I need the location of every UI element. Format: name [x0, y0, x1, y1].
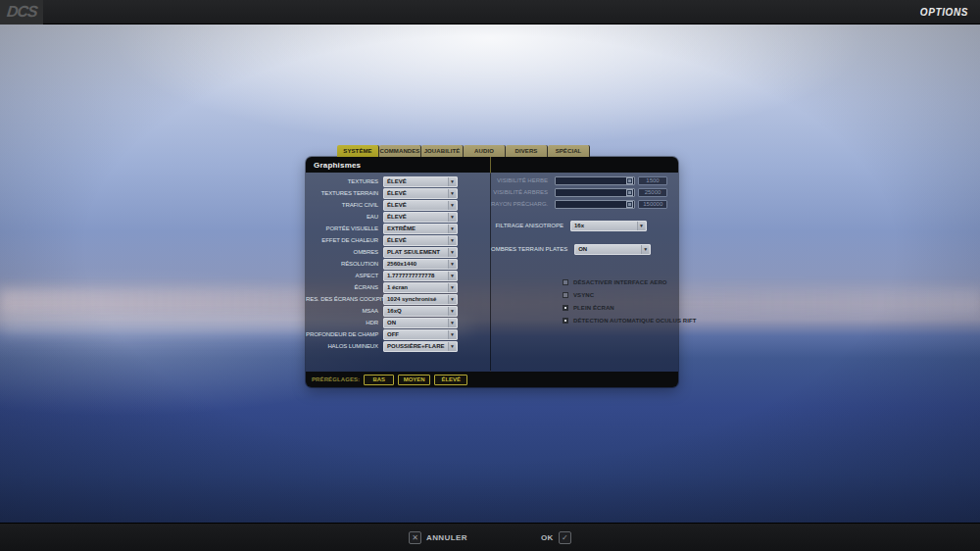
dropdown-aspect[interactable]: 1.7777777777778▼ — [383, 271, 458, 281]
checkbox-row-detection-automatique-oculus-rift[interactable]: DÉTECTION AUTOMATIQUE OCULUS RIFT — [563, 316, 697, 326]
dropdown-hdr[interactable]: ON▼ — [383, 318, 458, 328]
dropdown-value: ÉLEVÉ — [384, 237, 407, 243]
dropdown-value: ÉLEVÉ — [384, 190, 407, 196]
page-title: OPTIONS — [920, 7, 980, 18]
preset-button-moyen[interactable]: MOYEN — [398, 375, 430, 385]
dropdown-textures-terrain[interactable]: ÉLEVÉ▼ — [383, 188, 458, 199]
setting-label: TEXTURES — [306, 178, 383, 184]
dropdown-res-des-ecrans-cockpit[interactable]: 1024 synchronisé▼ — [383, 294, 458, 305]
slider-handle[interactable] — [626, 189, 633, 196]
setting-row-ombres: OMBRESPLAT SEULEMENT▼ — [306, 246, 490, 258]
slider-handle[interactable] — [626, 177, 633, 184]
graphics-right-column: VISIBILITÉ HERBE1500VISIBILITÉ ARBRES250… — [491, 173, 678, 372]
checkbox-label: VSYNC — [573, 292, 594, 298]
dropdown-resolution[interactable]: 2560x1440▼ — [383, 259, 458, 270]
dcs-logo: DCS — [0, 0, 43, 25]
setting-row-ombres-terrain-plates: OMBRES TERRAIN PLATESON▼ — [491, 243, 651, 255]
tab-commandes[interactable]: COMMANDES — [379, 145, 421, 157]
dropdown-value: ON — [575, 246, 587, 252]
chevron-down-icon: ▼ — [448, 213, 456, 222]
checkbox-desactiver-interface-aero[interactable] — [563, 279, 568, 285]
dropdown-effet-de-chaleur[interactable]: ÉLEVÉ▼ — [383, 235, 458, 246]
slider-row-visibilite-herbe: VISIBILITÉ HERBE1500 — [491, 175, 667, 186]
slider-track-visibilite-arbres[interactable] — [555, 188, 635, 197]
dialog-footer: PRÉRÉGLAGES: BASMOYENÉLEVÉ — [306, 372, 678, 387]
dropdown-filtrage-anisotrope[interactable]: 16x▼ — [570, 221, 647, 231]
setting-label: EFFET DE CHALEUR — [306, 237, 383, 243]
dropdown-profondeur-de-champ[interactable]: OFF▼ — [383, 329, 458, 340]
ok-label[interactable]: OK — [541, 533, 554, 542]
dcs-logo-text: DCS — [6, 3, 38, 21]
dcs-options-screen: DCS OPTIONS SYSTÈMECOMMANDESJOUABILITÉAU… — [0, 0, 980, 551]
dropdown-value: ÉLEVÉ — [384, 202, 407, 208]
setting-label: PORTÉE VISUELLE — [306, 225, 383, 231]
close-icon[interactable]: ✕ — [409, 531, 421, 544]
chevron-down-icon: ▼ — [448, 319, 456, 327]
setting-row-textures: TEXTURESÉLEVÉ▼ — [306, 175, 490, 187]
tab-special[interactable]: SPÉCIAL — [548, 145, 590, 157]
ok-button[interactable]: OK ✓ — [541, 524, 571, 551]
setting-label: TEXTURES TERRAIN — [306, 190, 383, 196]
setting-label: HDR — [306, 320, 383, 326]
setting-row-aspect: ASPECT1.7777777777778▼ — [306, 270, 490, 281]
dropdown-textures[interactable]: ÉLEVÉ▼ — [383, 176, 458, 187]
dropdown-ombres[interactable]: PLAT SEULEMENT▼ — [383, 247, 458, 258]
dropdown-value: POUSSIÈRE+FLARE — [384, 343, 445, 349]
slider-label: RAYON PRÉCHARG. — [491, 201, 548, 207]
preset-button-eleve[interactable]: ÉLEVÉ — [434, 375, 467, 385]
slider-label: VISIBILITÉ HERBE — [491, 177, 548, 183]
setting-row-resolution: RÉSOLUTION2560x1440▼ — [306, 258, 490, 270]
slider-value: 150000 — [638, 200, 667, 209]
setting-label: OMBRES TERRAIN PLATES — [491, 246, 574, 252]
dropdown-trafic-civil[interactable]: ÉLEVÉ▼ — [383, 200, 458, 211]
cancel-button[interactable]: ✕ ANNULER — [409, 524, 467, 551]
dropdown-value: 1024 synchronisé — [384, 296, 436, 302]
setting-label: ASPECT — [306, 273, 383, 278]
slider-track-rayon-precharg[interactable] — [555, 200, 635, 209]
tab-systeme[interactable]: SYSTÈME — [337, 145, 379, 157]
checkbox-vsync[interactable] — [563, 292, 568, 298]
dropdown-ecrans[interactable]: 1 écran▼ — [383, 282, 458, 293]
tab-jouabilite[interactable]: JOUABILITÉ — [421, 145, 464, 157]
chevron-down-icon: ▼ — [448, 177, 456, 186]
slider-value: 1500 — [638, 176, 667, 185]
dropdown-value: 16xQ — [384, 308, 402, 314]
checkbox-label: DÉSACTIVER INTERFACE AERO — [573, 279, 667, 285]
dropdown-eau[interactable]: ÉLEVÉ▼ — [383, 212, 458, 223]
setting-label: PROFONDEUR DE CHAMP — [306, 331, 383, 337]
presets-label: PRÉRÉGLAGES: — [306, 376, 360, 382]
setting-label: RES. DES ÉCRANS COCKPIT — [306, 296, 383, 302]
slider-handle[interactable] — [626, 201, 633, 208]
checkbox-row-desactiver-interface-aero[interactable]: DÉSACTIVER INTERFACE AERO — [563, 277, 667, 287]
slider-row-rayon-precharg: RAYON PRÉCHARG.150000 — [491, 198, 667, 210]
cancel-label[interactable]: ANNULER — [426, 533, 467, 542]
dropdown-portee-visuelle[interactable]: EXTRÊME▼ — [383, 224, 458, 234]
dialog-title: Graphismes — [306, 161, 361, 170]
chevron-down-icon: ▼ — [448, 283, 456, 292]
dropdown-value: 2560x1440 — [384, 261, 416, 267]
check-icon[interactable]: ✓ — [559, 531, 571, 544]
slider-track-visibilite-herbe[interactable] — [555, 176, 635, 185]
setting-row-eau: EAUÉLEVÉ▼ — [306, 211, 490, 223]
checkbox-row-plein-ecran[interactable]: PLEIN ÉCRAN — [563, 303, 614, 313]
tab-audio[interactable]: AUDIO — [464, 145, 506, 157]
tab-divers[interactable]: DIVERS — [506, 145, 548, 157]
dropdown-ombres-terrain-plates[interactable]: ON▼ — [574, 244, 651, 255]
chevron-down-icon: ▼ — [448, 342, 456, 351]
setting-label: RÉSOLUTION — [306, 261, 383, 267]
checkbox-row-vsync[interactable]: VSYNC — [563, 290, 594, 300]
setting-label: OMBRES — [306, 249, 383, 255]
top-bar: DCS OPTIONS — [0, 0, 980, 25]
checkbox-detection-automatique-oculus-rift[interactable] — [563, 318, 568, 324]
slider-value: 25000 — [638, 188, 667, 197]
checkbox-plein-ecran[interactable] — [563, 305, 568, 311]
dropdown-halos-lumineux[interactable]: POUSSIÈRE+FLARE▼ — [383, 341, 458, 352]
checkbox-label: PLEIN ÉCRAN — [573, 305, 614, 311]
setting-label: FILTRAGE ANISOTROPE — [491, 223, 570, 228]
setting-row-profondeur-de-champ: PROFONDEUR DE CHAMPOFF▼ — [306, 328, 490, 340]
preset-button-bas[interactable]: BAS — [364, 375, 394, 385]
graphics-dialog: Graphismes TEXTURESÉLEVÉ▼TEXTURES TERRAI… — [306, 157, 678, 387]
setting-row-trafic-civil: TRAFIC CIVILÉLEVÉ▼ — [306, 199, 490, 211]
chevron-down-icon: ▼ — [448, 189, 456, 198]
dropdown-msaa[interactable]: 16xQ▼ — [383, 306, 458, 317]
